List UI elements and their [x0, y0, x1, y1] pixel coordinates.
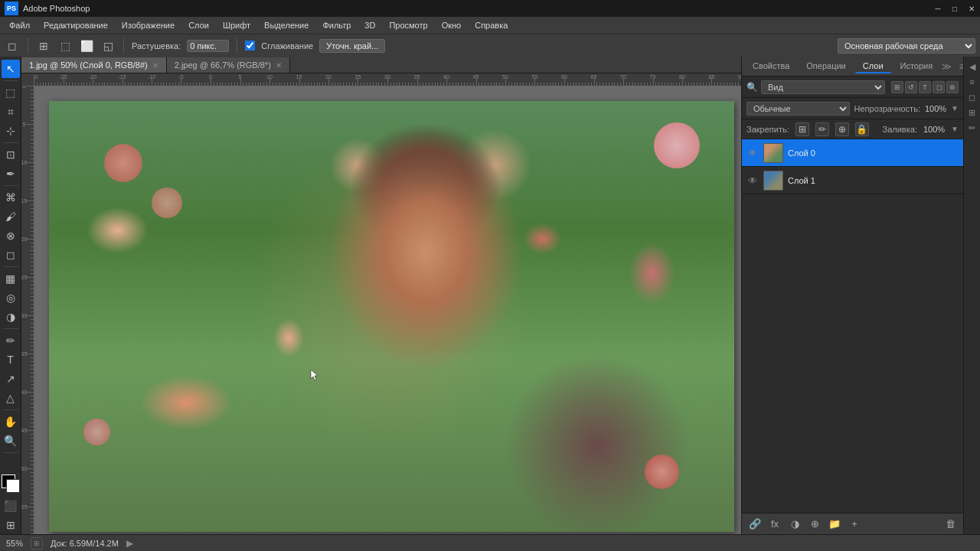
- maximize-button[interactable]: □: [946, 0, 963, 17]
- fill-arrow[interactable]: ▼: [951, 125, 959, 133]
- duplicate-icon[interactable]: ⬚: [57, 38, 73, 54]
- tool-dodge[interactable]: ◑: [2, 308, 20, 326]
- tool-lasso[interactable]: ⌗: [2, 103, 20, 121]
- new-layer-icon[interactable]: ⊞: [36, 38, 51, 54]
- flower-decoration-1: [104, 144, 142, 182]
- lock-draw-icon[interactable]: ✏: [815, 122, 829, 136]
- tab-layers[interactable]: Слои: [855, 60, 891, 73]
- panel-menu-icon[interactable]: ≫: [940, 60, 952, 73]
- menu-filter[interactable]: Фильтр: [316, 19, 357, 31]
- layer-filter-text-icon[interactable]: T: [919, 81, 931, 93]
- minimize-button[interactable]: ─: [929, 0, 946, 17]
- layers-list: 👁 Слой 0 👁 Слой 1: [742, 139, 963, 513]
- opacity-arrow[interactable]: ▼: [951, 104, 959, 112]
- tool-hand[interactable]: ✋: [2, 412, 20, 431]
- color-swatch[interactable]: [2, 474, 20, 493]
- menu-image[interactable]: Изображение: [116, 19, 181, 31]
- add-style-button[interactable]: fx: [766, 516, 783, 533]
- tool-eraser[interactable]: ◻: [2, 246, 20, 264]
- layer-1-name: Слой 1: [788, 176, 815, 185]
- tool-mask[interactable]: ⬛: [2, 497, 20, 515]
- tool-pen[interactable]: ✏: [2, 331, 20, 350]
- panel-toggle-1[interactable]: ◀: [965, 60, 979, 73]
- menu-edit[interactable]: Редактирование: [38, 19, 114, 31]
- workspace-select[interactable]: Основная рабочая среда: [838, 38, 975, 54]
- layer-item-0[interactable]: 👁 Слой 0: [742, 139, 963, 167]
- canvas-document[interactable]: [34, 86, 741, 534]
- tool-marquee[interactable]: ⬚: [2, 83, 20, 102]
- zoom-icon[interactable]: ⊞: [31, 537, 43, 549]
- search-icon: 🔍: [746, 82, 758, 93]
- menu-3d[interactable]: 3D: [358, 19, 381, 31]
- brush-size-input[interactable]: [187, 40, 229, 52]
- tool-zoom[interactable]: 🔍: [2, 432, 20, 450]
- cursor-position: [309, 368, 325, 383]
- tabs-bar: 1.jpg @ 50% (Слой 0, RGB/8#) ✕ 2.jpeg @ …: [21, 57, 741, 73]
- toolbar-separator-2: [123, 38, 124, 54]
- tool-quickselect[interactable]: ⊹: [2, 122, 20, 140]
- background-color[interactable]: [6, 479, 20, 493]
- lock-pixels-icon[interactable]: ⊞: [795, 122, 809, 136]
- transform-icon[interactable]: ◱: [100, 38, 116, 54]
- tool-move[interactable]: ↖: [2, 60, 20, 78]
- tool-healing[interactable]: ⌘: [2, 188, 20, 207]
- lock-all-icon[interactable]: 🔒: [855, 122, 869, 136]
- new-group-button[interactable]: 📁: [826, 516, 843, 533]
- panel-toggle-2[interactable]: ≡: [965, 75, 979, 89]
- new-layer-button[interactable]: +: [846, 516, 863, 533]
- layers-search-row: 🔍 Вид ⊞ ↺ T ◻ ⊛: [742, 77, 963, 98]
- layer-0-visibility[interactable]: 👁: [746, 147, 759, 159]
- titlebar-title: Adobe Photoshop: [23, 4, 90, 13]
- close-button[interactable]: ✕: [963, 0, 980, 17]
- add-mask-button[interactable]: ◑: [786, 516, 803, 533]
- titlebar: PS Adobe Photoshop ─ □ ✕: [0, 0, 980, 17]
- tab-1-close[interactable]: ✕: [152, 61, 158, 70]
- tool-brush[interactable]: 🖌: [2, 207, 20, 226]
- status-arrow-right[interactable]: ▶: [126, 538, 133, 549]
- refine-edge-button[interactable]: Уточн. край...: [319, 39, 385, 53]
- link-layers-button[interactable]: 🔗: [746, 516, 763, 533]
- menu-view[interactable]: Просмотр: [383, 19, 433, 31]
- tab-2-close[interactable]: ✕: [276, 61, 282, 70]
- tool-screen[interactable]: ⊞: [2, 516, 20, 534]
- document-canvas[interactable]: [49, 101, 734, 532]
- menu-file[interactable]: Файл: [3, 19, 36, 31]
- tab-actions[interactable]: Операции: [799, 60, 853, 73]
- tool-text[interactable]: T: [2, 350, 20, 369]
- layer-item-1[interactable]: 👁 Слой 1: [742, 167, 963, 194]
- tool-shape[interactable]: △: [2, 389, 20, 407]
- new-fill-button[interactable]: ⊕: [806, 516, 823, 533]
- tool-path[interactable]: ↗: [2, 370, 20, 388]
- layers-filter-select[interactable]: Вид: [761, 80, 885, 94]
- tab-2[interactable]: 2.jpeg @ 66,7% (RGB/8*) ✕: [167, 57, 290, 73]
- crop-icon[interactable]: ⬜: [79, 38, 94, 54]
- menu-help[interactable]: Справка: [469, 19, 514, 31]
- panel-toggle-3[interactable]: ◻: [965, 90, 979, 104]
- tool-crop[interactable]: ⊡: [2, 145, 20, 164]
- tool-gradient[interactable]: ▦: [2, 269, 20, 288]
- lock-move-icon[interactable]: ⊕: [835, 122, 849, 136]
- tab-history[interactable]: История: [893, 60, 941, 73]
- layer-1-visibility[interactable]: 👁: [746, 174, 759, 187]
- tab-properties[interactable]: Свойства: [745, 60, 797, 73]
- tool-eyedropper[interactable]: ✒: [2, 165, 20, 183]
- layer-filter-smart-icon[interactable]: ⊛: [946, 81, 959, 93]
- delete-layer-button[interactable]: 🗑: [942, 516, 959, 533]
- tool-options-icon[interactable]: ◻: [5, 38, 20, 54]
- layer-filter-shape-icon[interactable]: ◻: [933, 81, 945, 93]
- layer-filter-kind-icon[interactable]: ⊞: [891, 81, 903, 93]
- tool-separator-2: [3, 142, 18, 143]
- blend-mode-select[interactable]: Обычные: [746, 102, 850, 116]
- menu-font[interactable]: Шрифт: [217, 19, 256, 31]
- tool-stamp[interactable]: ⊗: [2, 227, 20, 245]
- smooth-checkbox[interactable]: [245, 41, 255, 51]
- menu-layers[interactable]: Слои: [182, 19, 215, 31]
- tool-blur[interactable]: ◎: [2, 289, 20, 307]
- main-area: ↖ ⬚ ⌗ ⊹ ⊡ ✒ ⌘ 🖌 ⊗ ◻ ▦ ◎ ◑ ✏ T ↗ △ ✋ 🔍 ⬛ …: [0, 57, 980, 534]
- menu-window[interactable]: Окно: [436, 19, 468, 31]
- panel-toggle-5[interactable]: ✏: [965, 121, 979, 135]
- layer-filter-adjust-icon[interactable]: ↺: [905, 81, 917, 93]
- menu-select[interactable]: Выделение: [258, 19, 315, 31]
- tab-1[interactable]: 1.jpg @ 50% (Слой 0, RGB/8#) ✕: [21, 57, 167, 73]
- panel-toggle-4[interactable]: ⊞: [965, 106, 979, 119]
